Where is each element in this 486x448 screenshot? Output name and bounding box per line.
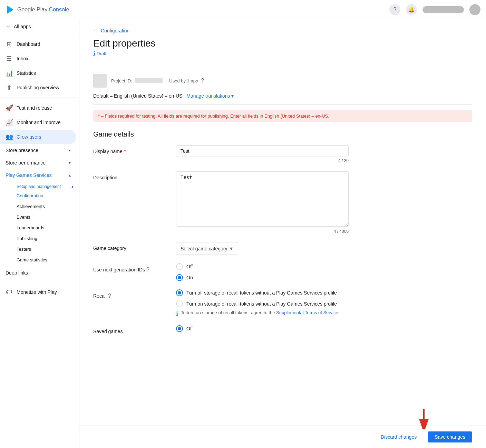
sidebar-item-deep-links[interactable]: Deep links [0, 267, 76, 279]
project-used-label: Used by 1 app [169, 78, 198, 83]
store-presence-left: Store presence [6, 148, 38, 153]
sidebar-item-inbox[interactable]: ☰ Inbox [0, 51, 76, 66]
chevron-up-icon: ▴ [69, 173, 71, 178]
monitor-left: 📈 Monitor and improve [6, 119, 61, 126]
saved-games-radio-group: Off [176, 325, 349, 332]
save-changes-button[interactable]: Save changes [428, 431, 472, 442]
game-category-row: Game category Select game category ▾ [93, 242, 472, 255]
setup-management-header[interactable]: Setup and management ▴ [0, 181, 79, 190]
recall-radio-group: Turn off storage of recall tokens withou… [176, 289, 349, 307]
sidebar-item-grow-users[interactable]: 👥 Grow users [0, 130, 76, 144]
tag-icon: 🏷 [6, 288, 12, 296]
sidebar-item-label: Statistics [17, 70, 36, 76]
required-asterisk: * [124, 149, 126, 154]
next-gen-on-radio[interactable] [176, 274, 183, 281]
dashboard-icon: ⊞ [6, 40, 12, 48]
sidebar-sub-item-configuration[interactable]: Configuration [0, 190, 76, 201]
sidebar-item-label: Store presence [6, 148, 38, 153]
next-gen-off-label: Off [186, 264, 193, 269]
recall-on-label: Turn on storage of recall tokens without… [186, 301, 337, 307]
manage-translations-label: Manage translations [186, 93, 230, 99]
recall-off-label: Turn off storage of recall tokens withou… [186, 290, 337, 296]
supplemental-tos-link[interactable]: Supplemental Terms of Service [276, 310, 338, 315]
sidebar-sub-item-events[interactable]: Events [0, 212, 76, 222]
sidebar-item-label: Test and release [17, 105, 52, 111]
main-layout: ← All apps ⊞ Dashboard ☰ Inbox 📊 Statist… [0, 19, 486, 448]
game-category-control: Select game category ▾ [176, 242, 349, 255]
project-details: Project ID: · Used by 1 app ? [111, 78, 204, 84]
saved-games-off-label: Off [186, 326, 193, 331]
discard-changes-button[interactable]: Discard changes [374, 431, 424, 442]
description-textarea[interactable]: Test [176, 171, 349, 227]
sidebar-item-test-and-release[interactable]: 🚀 Test and release [0, 101, 76, 115]
sidebar-item-label: Monetize with Play [17, 289, 57, 295]
sidebar-item-label: Store performance [6, 160, 46, 166]
help-button[interactable]: ? [389, 4, 400, 15]
saved-games-off-radio[interactable] [176, 325, 183, 332]
sidebar-sub-item-publishing[interactable]: Publishing [0, 233, 76, 244]
account-info [422, 6, 464, 13]
recall-off-option[interactable]: Turn off storage of recall tokens withou… [176, 289, 349, 296]
breadcrumb[interactable]: ← Configuration [93, 28, 472, 34]
next-gen-off-radio[interactable] [176, 263, 183, 270]
recall-note: ℹ To turn on storage of recall tokens, a… [176, 310, 349, 317]
all-apps-button[interactable]: ← All apps [0, 19, 79, 34]
project-info: Project ID: · Used by 1 app ? [93, 74, 472, 88]
sidebar-sub-item-leaderboards[interactable]: Leaderboards [0, 222, 76, 233]
next-gen-ids-label: Use next generation IDs ? [93, 263, 162, 273]
divider-1 [93, 68, 472, 68]
top-header: Google Play Console ? 🔔 [0, 0, 486, 19]
logo: Google Play Console [6, 5, 69, 14]
recall-off-radio[interactable] [176, 289, 183, 296]
chevron-down-icon: ▾ [69, 148, 71, 153]
recall-help-icon[interactable]: ? [108, 293, 111, 299]
recall-on-option[interactable]: Turn on storage of recall tokens without… [176, 300, 349, 307]
leaderboards-label: Leaderboards [17, 225, 44, 230]
notification-icon[interactable]: 🔔 [406, 4, 417, 15]
sidebar-item-label: Grow users [17, 134, 41, 140]
game-category-placeholder: Select game category [181, 246, 227, 251]
avatar[interactable] [469, 4, 480, 15]
sidebar-item-label: Dashboard [17, 41, 40, 47]
manage-translations-button[interactable]: Manage translations ▾ [186, 93, 234, 99]
sidebar-item-dashboard[interactable]: ⊞ Dashboard [0, 37, 76, 51]
next-gen-off-option[interactable]: Off [176, 263, 349, 270]
project-help-icon[interactable]: ? [201, 78, 204, 84]
sidebar-sub-item-achievements[interactable]: Achievements [0, 201, 76, 212]
sidebar-item-label: Inbox [17, 56, 28, 61]
sidebar-item-label: Monitor and improve [17, 120, 61, 125]
game-category-select[interactable]: Select game category ▾ [176, 242, 238, 255]
next-gen-on-label: On [186, 275, 193, 280]
next-gen-on-option[interactable]: On [176, 274, 349, 281]
dropdown-arrow-icon: ▾ [231, 93, 234, 99]
saved-games-control: Off [176, 325, 349, 332]
next-gen-help-icon[interactable]: ? [146, 267, 149, 272]
sidebar-item-monitor-improve[interactable]: 📈 Monitor and improve [0, 115, 76, 130]
description-label: Description [93, 171, 162, 180]
sidebar-sub-item-testers[interactable]: Testers [0, 244, 76, 255]
sidebar-item-store-presence[interactable]: Store presence ▾ [0, 144, 76, 157]
sidebar-item-publishing-overview[interactable]: ⬆ Publishing overview [0, 80, 76, 95]
project-id-value [135, 78, 163, 83]
header-right: ? 🔔 [389, 4, 480, 15]
recall-on-radio[interactable] [176, 300, 183, 307]
section-title: Game details [93, 130, 472, 138]
sidebar-sub-item-game-statistics[interactable]: Game statistics [0, 255, 76, 265]
saved-games-off-option[interactable]: Off [176, 325, 349, 332]
trending-icon: 📈 [6, 119, 12, 126]
sidebar-item-monetize[interactable]: 🏷 Monetize with Play [0, 285, 76, 299]
monetize-left: 🏷 Monetize with Play [6, 288, 57, 296]
display-name-input[interactable] [176, 145, 349, 157]
test-release-left: 🚀 Test and release [6, 104, 52, 112]
testers-label: Testers [17, 247, 31, 252]
sidebar-item-play-games-services[interactable]: Play Games Services ▴ [0, 169, 76, 181]
sidebar-item-store-performance[interactable]: Store performance ▾ [0, 157, 76, 169]
description-control: Test 4 / 4000 [176, 171, 349, 234]
achievements-label: Achievements [17, 204, 45, 209]
saved-games-row: Saved games Off [93, 325, 472, 334]
display-name-control: 4 / 30 [176, 145, 349, 163]
sidebar-item-statistics[interactable]: 📊 Statistics [0, 66, 76, 80]
recall-note-text: To turn on storage of recall tokens, agr… [181, 310, 341, 315]
breadcrumb-label: Configuration [101, 28, 129, 33]
saved-games-label: Saved games [93, 325, 162, 334]
